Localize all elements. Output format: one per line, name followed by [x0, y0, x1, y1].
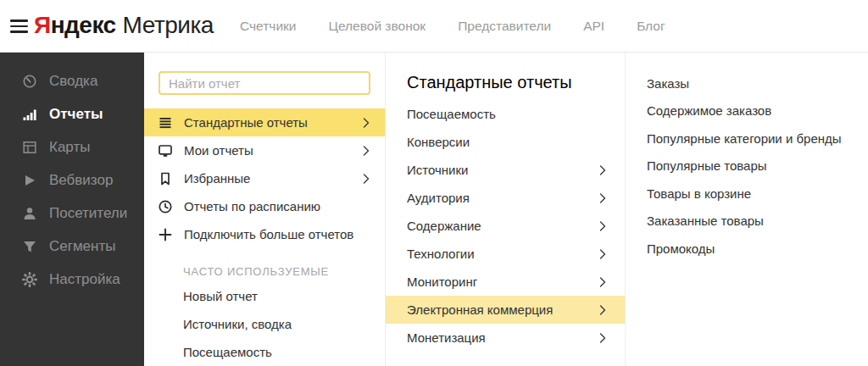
- top-navigation: Счетчики Целевой звонок Представители AP…: [240, 0, 665, 53]
- sidebar-item-label: Вебвизор: [49, 172, 113, 189]
- nav-counters[interactable]: Счетчики: [240, 19, 296, 34]
- gauge-icon: [22, 74, 37, 89]
- yandex-metrika-logo[interactable]: ЯндексМетрика: [34, 12, 214, 39]
- report-item-content[interactable]: Содержание: [386, 212, 625, 240]
- menu-item-my-reports[interactable]: Мои отчеты: [144, 136, 385, 164]
- menu-item-label: Стандартные отчеты: [184, 115, 363, 130]
- menu-item-standard-reports[interactable]: Стандартные отчеты: [144, 108, 385, 136]
- standard-reports-title: Стандартные отчеты: [407, 73, 625, 92]
- person-icon: [22, 206, 37, 221]
- chevron-right-icon: [599, 277, 606, 287]
- monitor-icon: [158, 143, 173, 158]
- funnel-icon: [22, 239, 37, 254]
- plus-icon: [158, 227, 173, 242]
- hamburger-menu-icon[interactable]: [10, 19, 28, 33]
- submenu-item-order-contents[interactable]: Содержимое заказов: [626, 97, 868, 125]
- standard-reports-panel: Стандартные отчеты Посещаемость Конверси…: [386, 53, 626, 366]
- chevron-right-icon: [599, 165, 606, 175]
- layout-icon: [22, 140, 37, 155]
- submenu-item-cart-products[interactable]: Товары в корзине: [626, 180, 868, 208]
- logo-brand-rest: ндекс: [51, 12, 116, 38]
- sidebar-item-label: Посетители: [49, 205, 127, 222]
- sidebar-item-label: Карты: [49, 139, 90, 156]
- sidebar-item-segments[interactable]: Сегменты: [0, 230, 144, 263]
- nav-blog[interactable]: Блог: [637, 19, 665, 34]
- nav-representatives[interactable]: Представители: [458, 19, 551, 34]
- report-item-technology[interactable]: Технологии: [386, 240, 625, 268]
- menu-item-sources-summary[interactable]: Источники, сводка: [144, 310, 385, 338]
- menu-item-label: Подключить больше отчетов: [184, 227, 385, 241]
- report-item-conversions[interactable]: Конверсии: [386, 128, 625, 156]
- logo-product: Метрика: [123, 12, 214, 38]
- play-icon: [22, 173, 37, 188]
- sidebar-item-label: Сводка: [49, 73, 97, 90]
- submenu-item-ordered-products[interactable]: Заказанные товары: [626, 208, 868, 236]
- nav-target-call[interactable]: Целевой звонок: [328, 19, 426, 34]
- sidebar-item-label: Отчеты: [49, 106, 103, 123]
- sidebar-item-label: Сегменты: [49, 238, 115, 255]
- menu-item-label: Мои отчеты: [184, 143, 363, 158]
- reports-menu-panel: Стандартные отчеты Мои отчеты Избранные: [144, 53, 386, 366]
- sidebar-item-label: Настройка: [49, 271, 120, 288]
- report-item-audience[interactable]: Аудитория: [386, 184, 625, 212]
- chevron-right-icon: [599, 249, 606, 259]
- chevron-right-icon: [363, 146, 370, 156]
- submenu-item-popular-products[interactable]: Популярные товары: [626, 152, 868, 180]
- menu-item-label: Избранные: [184, 171, 363, 186]
- clock-icon: [158, 199, 173, 214]
- ecommerce-submenu-panel: Заказы Содержимое заказов Популярные кат…: [626, 53, 868, 366]
- sidebar-item-reports[interactable]: Отчеты: [0, 97, 144, 130]
- report-search-input[interactable]: [159, 71, 370, 95]
- chevron-right-icon: [599, 333, 606, 343]
- lines-icon: [158, 115, 173, 130]
- nav-api[interactable]: API: [583, 19, 604, 34]
- sidebar-item-summary[interactable]: Сводка: [0, 64, 144, 97]
- chevron-right-icon: [599, 305, 606, 315]
- submenu-item-promo-codes[interactable]: Промокоды: [626, 235, 868, 263]
- sidebar-item-settings[interactable]: Настройка: [0, 263, 144, 296]
- top-header: ЯндексМетрика Счетчики Целевой звонок Пр…: [0, 0, 868, 53]
- menu-item-label: Отчеты по расписанию: [184, 199, 385, 214]
- chevron-right-icon: [599, 221, 606, 231]
- report-item-monitoring[interactable]: Мониторинг: [386, 268, 625, 296]
- menu-item-connect-more-reports[interactable]: Подключить больше отчетов: [144, 220, 385, 248]
- submenu-item-orders[interactable]: Заказы: [626, 69, 868, 97]
- report-item-sources[interactable]: Источники: [386, 156, 625, 184]
- report-item-ecommerce[interactable]: Электронная коммерция: [386, 296, 625, 324]
- menu-item-scheduled-reports[interactable]: Отчеты по расписанию: [144, 192, 385, 220]
- bookmark-icon: [158, 171, 173, 186]
- menu-item-favorites[interactable]: Избранные: [144, 164, 385, 192]
- report-item-monetization[interactable]: Монетизация: [386, 324, 625, 352]
- menu-item-new-report[interactable]: Новый отчет: [144, 282, 385, 310]
- menu-item-traffic[interactable]: Посещаемость: [144, 338, 385, 366]
- bar-chart-icon: [22, 107, 37, 122]
- gear-icon: [22, 272, 37, 287]
- chevron-right-icon: [363, 174, 370, 184]
- chevron-right-icon: [363, 118, 370, 128]
- sidebar-item-visitors[interactable]: Посетители: [0, 197, 144, 230]
- metrika-reports-page: ЯндексМетрика Счетчики Целевой звонок Пр…: [0, 0, 868, 366]
- standard-reports-list: Посещаемость Конверсии Источники Аудитор…: [386, 100, 625, 352]
- main-sidebar: Сводка Отчеты Карты Вебвизор Посетители: [0, 53, 144, 366]
- chevron-right-icon: [599, 193, 606, 203]
- submenu-item-popular-categories-brands[interactable]: Популярные категории и бренды: [626, 125, 868, 152]
- report-item-traffic[interactable]: Посещаемость: [386, 100, 625, 128]
- report-search: [159, 71, 370, 95]
- sidebar-item-webvisor[interactable]: Вебвизор: [0, 164, 144, 197]
- frequently-used-section-title: ЧАСТО ИСПОЛЬЗУЕМЫЕ: [144, 260, 385, 282]
- logo-brand-initial: Я: [34, 12, 51, 38]
- sidebar-item-maps[interactable]: Карты: [0, 130, 144, 164]
